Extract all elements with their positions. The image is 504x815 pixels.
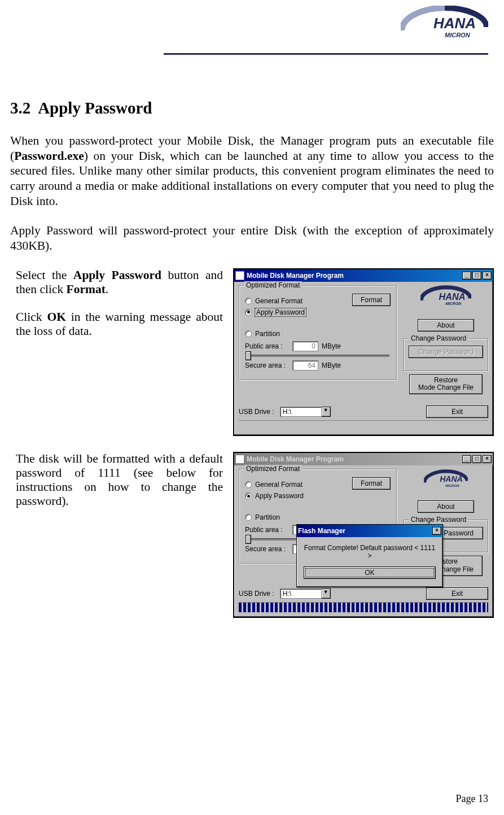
svg-text:HANA: HANA xyxy=(439,291,466,301)
status-bar xyxy=(239,420,488,430)
svg-text:MICRON: MICRON xyxy=(445,484,459,487)
svg-text:HANA: HANA xyxy=(433,15,476,32)
titlebar: Mobile Disk Manager Program _ □ × xyxy=(234,269,493,282)
radio-partition[interactable] xyxy=(245,330,252,337)
format-button[interactable]: Format xyxy=(352,477,391,490)
dialog-title: Flash Manager xyxy=(298,527,345,535)
svg-text:MICRON: MICRON xyxy=(445,32,471,38)
hana-micron-logo: HANA MICRON xyxy=(401,6,488,50)
exit-button[interactable]: Exit xyxy=(426,587,488,600)
format-button[interactable]: Format xyxy=(352,294,391,306)
radio-general-format[interactable] xyxy=(245,481,252,488)
section-title-text: Apply Password xyxy=(38,99,152,117)
about-button[interactable]: About xyxy=(418,319,474,332)
change-password-button[interactable]: Change Password xyxy=(409,346,483,358)
radio-apply-password[interactable] xyxy=(245,493,252,499)
public-area-label: Public area : xyxy=(245,526,289,534)
window-title: Mobile Disk Manager Program xyxy=(247,455,344,463)
screenshot-1: Mobile Disk Manager Program _ □ × Optimi… xyxy=(233,268,494,437)
slider-thumb[interactable] xyxy=(246,535,251,544)
page-footer: Page 13 xyxy=(456,793,489,805)
section-title: 3.2 Apply Password xyxy=(10,99,494,117)
secure-area-label: Secure area : xyxy=(245,361,289,369)
intro-paragraph-1: When you password-protect your Mobile Di… xyxy=(10,133,494,208)
section-number: 3.2 xyxy=(10,99,30,117)
usb-drive-label: USB Drive : xyxy=(239,408,274,416)
radio-label-apply: Apply Password xyxy=(255,492,304,500)
step-1: Select the Apply Password button and the… xyxy=(10,268,223,297)
apply-password-bold: Apply Password xyxy=(73,268,161,282)
svg-text:MICRON: MICRON xyxy=(445,302,462,306)
step-3: The disk will be formatted with a defaul… xyxy=(10,452,223,508)
app-icon xyxy=(235,455,244,464)
partition-slider[interactable] xyxy=(246,355,389,357)
radio-label-partition: Partition xyxy=(255,513,280,521)
usb-drive-label: USB Drive : xyxy=(239,590,274,598)
window-title: Mobile Disk Manager Program xyxy=(247,272,344,280)
unit-mbyte: MByte xyxy=(322,361,341,369)
step-column-1: Select the Apply Password button and the… xyxy=(10,268,223,352)
group-label-changepw: Change Password xyxy=(409,334,468,342)
exit-button[interactable]: Exit xyxy=(426,406,488,418)
radio-label-apply: Apply Password xyxy=(255,308,306,316)
public-area-label: Public area : xyxy=(245,342,289,350)
close-button[interactable]: × xyxy=(483,455,492,463)
public-area-value[interactable]: 0 xyxy=(292,341,318,351)
page-number: Page 13 xyxy=(456,793,489,804)
ok-bold: OK xyxy=(47,310,65,324)
screenshot-2: Mobile Disk Manager Program _ □ × Optimi… xyxy=(233,452,494,618)
titlebar-inactive: Mobile Disk Manager Program _ □ × xyxy=(234,453,493,465)
usb-drive-value: H:\ xyxy=(280,589,322,599)
format-bold: Format xyxy=(67,282,106,296)
slider-thumb[interactable] xyxy=(246,351,251,360)
minimize-button[interactable]: _ xyxy=(462,272,471,280)
radio-label-general: General Format xyxy=(255,297,303,305)
radio-apply-password[interactable] xyxy=(245,309,252,316)
app-window-2: Mobile Disk Manager Program _ □ × Optimi… xyxy=(233,452,494,618)
maximize-button[interactable]: □ xyxy=(472,272,481,280)
radio-partition[interactable] xyxy=(245,514,252,521)
page-header: HANA MICRON xyxy=(6,6,498,50)
secure-area-row: Secure area : 64 MByte xyxy=(245,360,391,371)
page-content: 3.2 Apply Password When you password-pro… xyxy=(6,55,498,618)
step-column-2: The disk will be formatted with a defaul… xyxy=(10,452,223,522)
unit-mbyte: MByte xyxy=(322,342,341,350)
group-label-optimized: Optimized Format xyxy=(244,465,302,473)
svg-text:HANA: HANA xyxy=(440,475,463,484)
step-row-1: Select the Apply Password button and the… xyxy=(10,268,494,437)
app-icon xyxy=(235,271,244,280)
group-label-optimized: Optimized Format xyxy=(244,281,302,289)
ok-button[interactable]: OK xyxy=(304,566,436,579)
change-password-group: Change Password Change Password xyxy=(404,338,488,371)
hana-logo-small: HANA MICRON xyxy=(420,285,471,312)
usb-drive-combo[interactable]: H:\ ▼ xyxy=(280,407,331,417)
restore-button[interactable]: Restore Mode Change File xyxy=(409,374,483,395)
step-row-2: The disk will be formatted with a defaul… xyxy=(10,452,494,618)
intro-paragraph-2: Apply Password will password-protect you… xyxy=(10,223,494,253)
usb-drive-value: H:\ xyxy=(280,407,322,417)
public-area-row: Public area : 0 MByte xyxy=(245,341,391,351)
dialog-message: Format Complete! Default password < 1111… xyxy=(304,544,436,560)
secure-area-label: Secure area : xyxy=(245,545,289,553)
status-bar-progress xyxy=(239,602,488,612)
chevron-down-icon[interactable]: ▼ xyxy=(322,407,331,417)
dialog-titlebar: Flash Manager × xyxy=(297,525,442,537)
flash-manager-dialog: Flash Manager × Format Complete! Default… xyxy=(296,524,443,587)
minimize-button[interactable]: _ xyxy=(462,455,471,463)
optimized-format-group: Optimized Format General Format xyxy=(239,285,397,380)
radio-label-general: General Format xyxy=(255,481,303,489)
password-exe-bold: Password.exe xyxy=(14,149,84,163)
step-2: Click OK in the warning message about th… xyxy=(10,310,223,338)
maximize-button[interactable]: □ xyxy=(472,455,481,463)
close-button[interactable]: × xyxy=(483,272,492,280)
chevron-down-icon[interactable]: ▼ xyxy=(322,589,331,599)
app-window-1: Mobile Disk Manager Program _ □ × Optimi… xyxy=(233,268,494,437)
about-button[interactable]: About xyxy=(418,500,474,513)
secure-area-value[interactable]: 64 xyxy=(292,360,318,371)
radio-general-format[interactable] xyxy=(245,298,252,304)
hana-logo-small: HANA MICRON xyxy=(424,469,468,494)
close-button[interactable]: × xyxy=(432,527,441,535)
usb-drive-combo[interactable]: H:\ ▼ xyxy=(280,589,331,599)
group-label-changepw: Change Password xyxy=(409,516,468,524)
radio-label-partition: Partition xyxy=(255,330,280,338)
